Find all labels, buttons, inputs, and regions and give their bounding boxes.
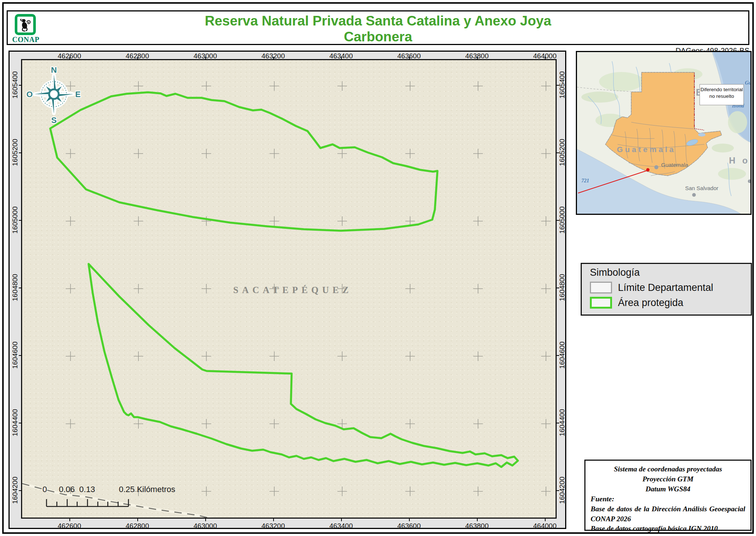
map-canvas: N S E O SACATEPÉQUEZ 00.060.130.25 Kilóm… — [21, 59, 557, 519]
source-1: Base de datos de la Dirección Análisis G… — [591, 504, 745, 524]
northing-label-left: 1604600 — [11, 341, 19, 369]
honduras-label: H o — [729, 155, 750, 165]
northing-label-left: 1604800 — [11, 274, 19, 301]
grid-tick — [19, 220, 21, 221]
grid-tick — [341, 519, 342, 521]
compass-south-label: S — [51, 116, 57, 125]
northing-label-right: 1605000 — [558, 206, 566, 234]
inset-locator-map: B G u a t e m a l a Guatemala San Salvad… — [576, 51, 752, 215]
legend-item-area: Área protegida — [590, 297, 751, 309]
easting-label-bottom: 463600 — [397, 522, 420, 530]
projection-line: Proyección GTM — [591, 474, 745, 484]
easting-label-bottom: 462600 — [58, 522, 81, 530]
grid-tick — [557, 288, 559, 288]
map-title: Reserva Natural Privada Santa Catalina y… — [8, 13, 748, 45]
northing-label-left: 1604200 — [11, 477, 19, 504]
grid-tick — [557, 423, 559, 423]
compass-east-label: E — [75, 90, 81, 99]
san-salvador-label: San Salvador — [685, 185, 718, 191]
northing-label-left: 1604400 — [11, 409, 19, 436]
grid-tick — [545, 519, 546, 521]
grid-tick — [341, 57, 342, 59]
grid-tick — [273, 57, 274, 59]
depth-label: 721 — [581, 178, 589, 183]
compass-west-label: O — [26, 90, 32, 99]
grid-tick — [19, 423, 21, 423]
northing-label-right: 1604800 — [558, 274, 566, 301]
northing-label-right: 1604400 — [558, 409, 566, 436]
departmental-limit-swatch — [590, 282, 612, 293]
grid-tick — [19, 355, 21, 356]
scalebar-label: 0.13 — [79, 485, 95, 494]
legend-item-limite: Límite Departamental — [590, 282, 751, 293]
map-frame: N S E O SACATEPÉQUEZ 00.060.130.25 Kilóm… — [8, 51, 566, 529]
map-title-line2: Carbonera — [8, 29, 748, 45]
northing-label-left: 1605000 — [11, 206, 19, 234]
grid-tick — [557, 490, 559, 491]
credits-box: Sistema de coordenadas proyectadas Proye… — [584, 460, 752, 531]
easting-label-bottom: 463000 — [193, 522, 217, 530]
easting-label-bottom: 463400 — [329, 522, 353, 530]
map-title-line1: Reserva Natural Privada Santa Catalina y… — [8, 13, 748, 29]
grid-tick — [557, 220, 559, 221]
grid-tick — [409, 519, 410, 521]
protected-area-polygon-upper — [50, 92, 437, 231]
northing-label-left: 1605400 — [11, 71, 19, 99]
datum-line: Datum WGS84 — [591, 484, 745, 494]
grid-tick — [69, 519, 70, 521]
source-2: Base de datos cartografía básica IGN 201… — [591, 524, 745, 534]
easting-label-bottom: 463200 — [261, 522, 285, 530]
compass-rose-icon: N S E O — [25, 64, 83, 127]
grid-tick — [137, 57, 138, 59]
territorial-note: Diferendo territorial no resuelto — [700, 84, 744, 105]
northing-label-right: 1605400 — [558, 71, 566, 99]
grid-tick — [273, 519, 274, 521]
map-document-page: CONAP Reserva Natural Privada Santa Cata… — [0, 0, 756, 536]
city-label: Guatemala — [661, 162, 688, 168]
grid-tick — [557, 152, 559, 153]
protected-area-swatch — [590, 297, 612, 309]
northing-label-right: 1604200 — [558, 477, 566, 504]
grid-tick — [545, 57, 546, 59]
header: CONAP Reserva Natural Privada Santa Cata… — [7, 10, 749, 45]
grid-tick — [557, 85, 559, 86]
grid-tick — [19, 288, 21, 288]
grid-tick — [19, 152, 21, 153]
fuente-label: Fuente: — [591, 494, 745, 504]
grid-tick — [19, 490, 21, 491]
northing-label-right: 1605200 — [558, 139, 566, 166]
gulf-label-1: Gu — [745, 80, 752, 86]
easting-label-bottom: 464000 — [533, 522, 556, 530]
grid-tick — [557, 355, 559, 356]
grid-tick — [137, 519, 138, 521]
grid-tick — [409, 57, 410, 59]
guatemala-city-dot — [654, 165, 659, 169]
compass-north-label: N — [51, 65, 57, 75]
scalebar-label: 0.25 Kilómetros — [119, 485, 175, 494]
northing-label-left: 1605200 — [11, 139, 19, 166]
grid-tick — [205, 519, 206, 521]
grid-tick — [69, 57, 70, 59]
grid-tick — [477, 519, 478, 521]
scalebar-label: 0.06 — [59, 485, 75, 494]
grid-tick — [205, 57, 206, 59]
scalebar-label: 0 — [42, 485, 47, 494]
legend-title: Simbología — [590, 267, 751, 278]
crs-line: Sistema de coordenadas proyectadas — [591, 464, 745, 474]
grid-tick — [19, 85, 21, 86]
grid-tick — [477, 57, 478, 59]
northing-label-right: 1604600 — [558, 341, 566, 369]
legend: Simbología Límite Departamental Área pro… — [581, 263, 752, 316]
country-label: G u a t e m a l a — [617, 145, 674, 154]
location-dot — [646, 168, 650, 172]
easting-label-bottom: 462800 — [126, 522, 149, 530]
department-label: SACATEPÉQUEZ — [233, 285, 352, 295]
easting-label-bottom: 463800 — [465, 522, 488, 530]
